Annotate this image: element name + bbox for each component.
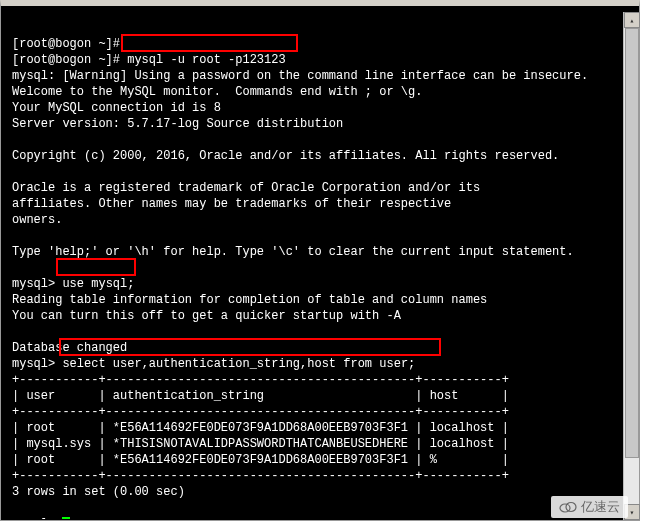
cloud-icon — [559, 500, 577, 514]
highlight-annotation — [56, 258, 136, 276]
output-line: mysql: [Warning] Using a password on the… — [12, 69, 588, 83]
output-line: Type 'help;' or '\h' for help. Type '\c'… — [12, 245, 574, 259]
command-text: select user,authentication_string,host f… — [62, 357, 415, 371]
output-line: Welcome to the MySQL monitor. Commands e… — [12, 85, 422, 99]
table-separator: +-----------+---------------------------… — [12, 469, 509, 483]
table-row: | root | *E56A114692FE0DE073F9A1DD68A00E… — [12, 453, 509, 467]
shell-prompt: [root@bogon ~]# — [12, 37, 120, 51]
table-separator: +-----------+---------------------------… — [12, 405, 509, 419]
scrollbar-vertical[interactable]: ▴ ▾ — [623, 12, 639, 520]
output-line: affiliates. Other names may be trademark… — [12, 197, 451, 211]
watermark-text: 亿速云 — [581, 498, 620, 516]
highlight-annotation — [121, 34, 298, 52]
terminal-inner[interactable]: [root@bogon ~]# [root@bogon ~]# mysql -u… — [2, 12, 622, 519]
terminal-cursor — [62, 517, 70, 519]
output-line: Your MySQL connection id is 8 — [12, 101, 221, 115]
output-line: Copyright (c) 2000, 2016, Oracle and/or … — [12, 149, 559, 163]
output-line: owners. — [12, 213, 62, 227]
output-line: 3 rows in set (0.00 sec) — [12, 485, 185, 499]
table-row: | root | *E56A114692FE0DE073F9A1DD68A00E… — [12, 421, 509, 435]
table-header-row: | user | authentication_string | host | — [12, 389, 509, 403]
scrollbar-thumb[interactable] — [625, 28, 639, 458]
mysql-prompt: mysql> — [12, 517, 62, 519]
svg-point-1 — [566, 503, 576, 512]
mysql-prompt: mysql> — [12, 357, 62, 371]
terminal-window: [root@bogon ~]# [root@bogon ~]# mysql -u… — [0, 0, 640, 521]
watermark: 亿速云 — [551, 496, 628, 518]
scrollbar-arrow-up-icon[interactable]: ▴ — [624, 12, 640, 28]
table-row: | mysql.sys | *THISISNOTAVALIDPASSWORDTH… — [12, 437, 509, 451]
table-separator: +-----------+---------------------------… — [12, 373, 509, 387]
terminal-content: [root@bogon ~]# [root@bogon ~]# mysql -u… — [2, 12, 622, 519]
output-line: You can turn this off to get a quicker s… — [12, 309, 401, 323]
mysql-prompt: mysql> — [12, 277, 62, 291]
output-line: Database changed — [12, 341, 127, 355]
output-line: Server version: 5.7.17-log Source distri… — [12, 117, 343, 131]
command-text: mysql -u root -p123123 — [127, 53, 285, 67]
output-line: Reading table information for completion… — [12, 293, 487, 307]
shell-prompt: [root@bogon ~]# — [12, 53, 127, 67]
command-text: use mysql; — [62, 277, 134, 291]
output-line: Oracle is a registered trademark of Orac… — [12, 181, 480, 195]
